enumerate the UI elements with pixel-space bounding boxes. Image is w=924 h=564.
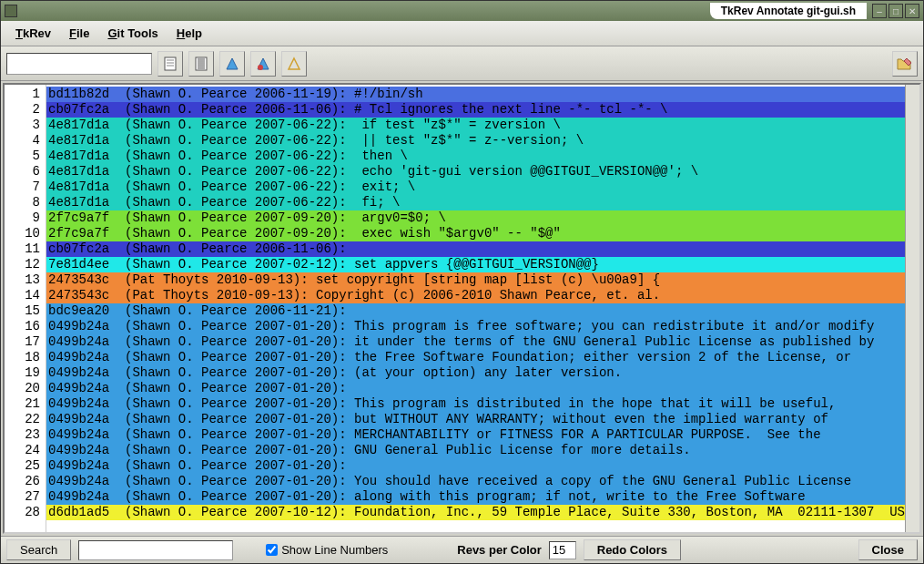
vertical-scrollbar[interactable] <box>905 85 919 532</box>
annotate-line[interactable]: 2f7c9a7f (Shawn O. Pearce 2007-09-20): e… <box>46 226 905 241</box>
line-number: 5 <box>5 149 46 164</box>
triangle-outline-icon[interactable] <box>281 51 307 77</box>
show-line-numbers-checkbox[interactable]: Show Line Numbers <box>266 543 388 557</box>
annotate-line[interactable]: 0499b24a (Shawn O. Pearce 2007-01-20): Y… <box>46 474 905 489</box>
line-number: 22 <box>5 412 46 427</box>
line-number: 8 <box>5 195 46 210</box>
line-number: 3 <box>5 118 46 133</box>
folder-edit-icon[interactable] <box>892 51 918 77</box>
line-number: 10 <box>5 226 46 241</box>
titlebar: TkRev Annotate git-gui.sh – □ ✕ <box>1 1 923 21</box>
annotate-line[interactable]: 0499b24a (Shawn O. Pearce 2007-01-20): i… <box>46 334 905 350</box>
annotate-line[interactable]: bd11b82d (Shawn O. Pearce 2006-11-19): #… <box>46 87 905 102</box>
svg-marker-11 <box>227 58 238 69</box>
annotate-line[interactable]: 2f7c9a7f (Shawn O. Pearce 2007-09-20): a… <box>46 210 905 226</box>
line-number: 16 <box>5 319 46 334</box>
annotate-line[interactable]: 0499b24a (Shawn O. Pearce 2007-01-20): <box>46 381 905 396</box>
svg-marker-14 <box>289 58 300 69</box>
menu-file[interactable]: File <box>62 24 96 43</box>
line-number: 23 <box>5 427 46 443</box>
line-number-gutter: 1234567891011121314151617181920212223242… <box>5 85 46 532</box>
menu-git-tools[interactable]: Git Tools <box>100 24 165 43</box>
annotate-line[interactable]: 4e817d1a (Shawn O. Pearce 2007-06-22): i… <box>46 118 905 133</box>
line-number: 15 <box>5 303 46 319</box>
annotate-line[interactable]: 4e817d1a (Shawn O. Pearce 2007-06-22): e… <box>46 179 905 195</box>
annotate-line[interactable]: 2473543c (Pat Thoyts 2010-09-13): set co… <box>46 272 905 288</box>
annotate-line[interactable]: 0499b24a (Shawn O. Pearce 2007-01-20): M… <box>46 427 905 443</box>
redo-colors-button[interactable]: Redo Colors <box>584 539 681 560</box>
close-button[interactable]: Close <box>858 539 918 560</box>
line-number: 21 <box>5 396 46 412</box>
line-number: 13 <box>5 272 46 288</box>
maximize-button[interactable]: □ <box>888 4 903 18</box>
search-button[interactable]: Search <box>6 539 71 560</box>
line-number: 25 <box>5 458 46 474</box>
toolbar-search-input[interactable] <box>6 53 152 75</box>
triangle-icon[interactable] <box>219 51 245 77</box>
line-number: 24 <box>5 443 46 458</box>
annotate-line[interactable]: 0499b24a (Shawn O. Pearce 2007-01-20): T… <box>46 319 905 334</box>
line-number: 18 <box>5 350 46 365</box>
search-input[interactable] <box>78 540 233 560</box>
annotate-line[interactable]: 4e817d1a (Shawn O. Pearce 2007-06-22): t… <box>46 149 905 164</box>
line-number: 4 <box>5 133 46 149</box>
annotate-line[interactable]: 7e81d4ee (Shawn O. Pearce 2007-02-12): s… <box>46 257 905 272</box>
revs-per-color-input[interactable] <box>549 541 576 559</box>
line-number: 11 <box>5 241 46 257</box>
menubar: TkRev File Git Tools Help <box>1 21 923 46</box>
annotate-view: 1234567891011121314151617181920212223242… <box>3 83 921 534</box>
annotate-line[interactable]: bdc9ea20 (Shawn O. Pearce 2006-11-21): <box>46 303 905 319</box>
line-number: 27 <box>5 489 46 505</box>
triangle-dot-icon[interactable] <box>250 51 276 77</box>
show-line-numbers-label: Show Line Numbers <box>281 543 388 557</box>
annotate-line[interactable]: 4e817d1a (Shawn O. Pearce 2007-06-22): |… <box>46 133 905 149</box>
line-number: 17 <box>5 334 46 350</box>
annotate-line[interactable]: 0499b24a (Shawn O. Pearce 2007-01-20): b… <box>46 412 905 427</box>
annotate-line[interactable]: 0499b24a (Shawn O. Pearce 2007-01-20): G… <box>46 443 905 458</box>
annotate-line[interactable]: 0499b24a (Shawn O. Pearce 2007-01-20): (… <box>46 365 905 381</box>
line-number: 1 <box>5 87 46 102</box>
line-number: 26 <box>5 474 46 489</box>
menu-tkrev[interactable]: TkRev <box>8 24 58 43</box>
page-lines-icon[interactable] <box>188 51 214 77</box>
window-title: TkRev Annotate git-gui.sh <box>710 3 867 19</box>
annotate-line[interactable]: 2473543c (Pat Thoyts 2010-09-13): Copyri… <box>46 288 905 303</box>
line-number: 7 <box>5 179 46 195</box>
line-number: 28 <box>5 505 46 520</box>
line-number: 2 <box>5 102 46 118</box>
annotate-line[interactable]: 4e817d1a (Shawn O. Pearce 2007-06-22): e… <box>46 164 905 179</box>
app-icon <box>5 5 17 17</box>
annotate-line[interactable]: 0499b24a (Shawn O. Pearce 2007-01-20): t… <box>46 350 905 365</box>
line-number: 19 <box>5 365 46 381</box>
annotate-line[interactable]: 0499b24a (Shawn O. Pearce 2007-01-20): a… <box>46 489 905 505</box>
menu-help[interactable]: Help <box>169 24 209 43</box>
line-number: 9 <box>5 210 46 226</box>
revs-per-color-label: Revs per Color <box>457 543 541 557</box>
line-number: 14 <box>5 288 46 303</box>
annotate-line[interactable]: 0499b24a (Shawn O. Pearce 2007-01-20): <box>46 458 905 474</box>
minimize-button[interactable]: – <box>872 4 887 18</box>
annotate-line[interactable]: cb07fc2a (Shawn O. Pearce 2006-11-06): #… <box>46 102 905 118</box>
svg-rect-0 <box>165 57 176 70</box>
annotate-line[interactable]: cb07fc2a (Shawn O. Pearce 2006-11-06): <box>46 241 905 257</box>
code-area[interactable]: bd11b82d (Shawn O. Pearce 2006-11-19): #… <box>46 85 905 532</box>
bottombar: Search Show Line Numbers Revs per Color … <box>1 536 923 563</box>
annotate-line[interactable]: d6db1ad5 (Shawn O. Pearce 2007-10-12): F… <box>46 505 905 520</box>
line-number: 20 <box>5 381 46 396</box>
svg-point-13 <box>258 65 263 70</box>
page-icon[interactable] <box>157 51 183 77</box>
close-window-button[interactable]: ✕ <box>905 4 919 18</box>
annotate-line[interactable]: 4e817d1a (Shawn O. Pearce 2007-06-22): f… <box>46 195 905 210</box>
app-window: TkRev Annotate git-gui.sh – □ ✕ TkRev Fi… <box>0 0 924 564</box>
annotate-line[interactable]: 0499b24a (Shawn O. Pearce 2007-01-20): T… <box>46 396 905 412</box>
line-number: 12 <box>5 257 46 272</box>
line-number: 6 <box>5 164 46 179</box>
toolbar <box>1 46 923 81</box>
show-line-numbers-input[interactable] <box>266 544 278 556</box>
